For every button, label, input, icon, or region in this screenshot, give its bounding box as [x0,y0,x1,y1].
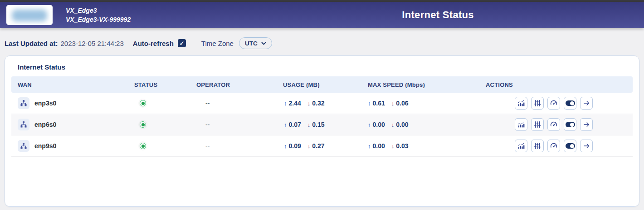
col-header-wan: WAN [11,81,122,88]
usage-download-value: 0.32 [312,100,324,107]
operator-cell: -- [184,121,272,128]
configuration-button[interactable] [531,97,544,110]
statistics-button[interactable] [515,97,527,110]
upload-arrow-icon: ↑ [368,121,371,128]
download-arrow-icon: ↓ [307,143,311,150]
col-header-usage: USAGE (MB) [272,81,356,88]
status-toolbar: Last Updated at: 2023-12-05 21:44:23 Aut… [0,28,644,55]
details-button[interactable] [580,140,593,152]
download-arrow-icon: ↓ [391,100,395,107]
usage-upload-value: 0.09 [289,142,301,150]
enable-toggle-button[interactable] [564,140,576,152]
upload-arrow-icon: ↑ [284,100,287,107]
usage-cell: ↑0.09 ↓0.27 [272,142,356,150]
statistics-button[interactable] [515,140,527,152]
speed-download-value: 0.03 [396,142,408,150]
download-arrow-icon: ↓ [307,121,311,128]
details-button[interactable] [580,97,593,110]
upload-arrow-icon: ↑ [368,100,371,107]
toggle-on-icon [566,122,575,127]
status-cell [122,100,184,106]
sliders-icon [533,99,542,107]
actions-cell [469,118,633,131]
sliders-icon [533,142,542,150]
usage-download-value: 0.15 [312,121,324,128]
download-arrow-icon: ↓ [391,121,395,128]
upload-arrow-icon: ↑ [284,143,287,150]
bar-chart-icon [517,142,525,150]
toggle-on-icon [566,100,575,106]
status-cell [122,121,184,128]
brand-logo [6,5,53,25]
last-updated-label: Last Updated at: [5,40,58,47]
speedometer-icon [550,120,558,129]
speed-test-button[interactable] [547,97,560,110]
wan-name: enp9s0 [34,142,56,150]
toggle-on-icon [566,143,575,149]
usage-upload-value: 2.44 [289,100,301,107]
actions-cell [469,140,633,152]
enable-toggle-button[interactable] [564,97,576,110]
wan-name: enp6s0 [34,121,56,128]
timezone-label: Time Zone [201,40,234,47]
sliders-icon [533,120,542,129]
page-title: Internet Status [402,9,474,21]
auto-refresh-label: Auto-refresh [133,40,174,47]
device-info: VX_Edge3 VX_Edge3-VX-999992 [66,6,131,24]
operator-cell: -- [184,142,272,150]
device-name: VX_Edge3 [66,6,131,15]
download-arrow-icon: ↓ [391,143,395,150]
usage-upload-value: 0.07 [289,121,301,128]
chevron-down-icon [261,42,266,45]
device-id: VX_Edge3-VX-999992 [66,15,131,24]
timezone-group: Time Zone UTC [201,37,272,49]
app-header: VX_Edge3 VX_Edge3-VX-999992 Internet Sta… [0,2,644,28]
max-speed-cell: ↑0.61 ↓0.06 [356,100,469,107]
wan-cell: enp6s0 [11,119,122,130]
status-up-indicator [140,100,146,106]
max-speed-cell: ↑0.00 ↓0.03 [356,142,469,150]
speed-download-value: 0.06 [396,100,408,107]
internet-status-card: Internet Status WAN STATUS OPERATOR USAG… [5,55,639,207]
arrow-right-icon [583,121,590,128]
auto-refresh-checkbox[interactable]: ✓ [178,39,186,47]
check-icon: ✓ [179,40,184,47]
speed-upload-value: 0.00 [373,121,385,128]
operator-cell: -- [184,100,272,107]
wan-cell: enp3s0 [11,97,122,109]
details-button[interactable] [580,118,593,131]
status-cell [122,143,184,149]
network-topology-icon [18,140,29,152]
timezone-select[interactable]: UTC [239,37,272,49]
col-header-actions: ACTIONS [469,81,633,88]
arrow-right-icon [583,100,590,107]
upload-arrow-icon: ↑ [368,143,371,150]
actions-cell [469,97,633,110]
table-header-row: WAN STATUS OPERATOR USAGE (MB) MAX SPEED… [11,76,633,93]
last-updated-value: 2023-12-05 21:44:23 [61,40,124,47]
col-header-operator: OPERATOR [184,81,272,88]
usage-cell: ↑2.44 ↓0.32 [272,100,356,107]
speedometer-icon [550,142,558,150]
statistics-button[interactable] [515,118,527,131]
speed-test-button[interactable] [547,140,560,152]
col-header-max-speed: MAX SPEED (Mbps) [356,81,469,88]
configuration-button[interactable] [531,140,544,152]
speed-upload-value: 0.61 [373,100,385,107]
auto-refresh-group: Auto-refresh ✓ [133,39,186,47]
max-speed-cell: ↑0.00 ↓0.00 [356,121,469,128]
table-row: enp9s0 -- ↑0.09 ↓0.27 ↑0.00 ↓0.03 [11,135,633,157]
speed-download-value: 0.00 [396,121,408,128]
usage-cell: ↑0.07 ↓0.15 [272,121,356,128]
configuration-button[interactable] [531,118,544,131]
upload-arrow-icon: ↑ [284,121,287,128]
status-up-indicator [140,121,146,128]
col-header-status: STATUS [122,81,184,88]
arrow-right-icon [583,142,590,150]
speed-test-button[interactable] [547,118,560,131]
card-title: Internet Status [18,63,633,71]
wan-cell: enp9s0 [11,140,122,152]
network-topology-icon [18,119,29,130]
speed-upload-value: 0.00 [373,142,385,150]
enable-toggle-button[interactable] [564,118,576,131]
